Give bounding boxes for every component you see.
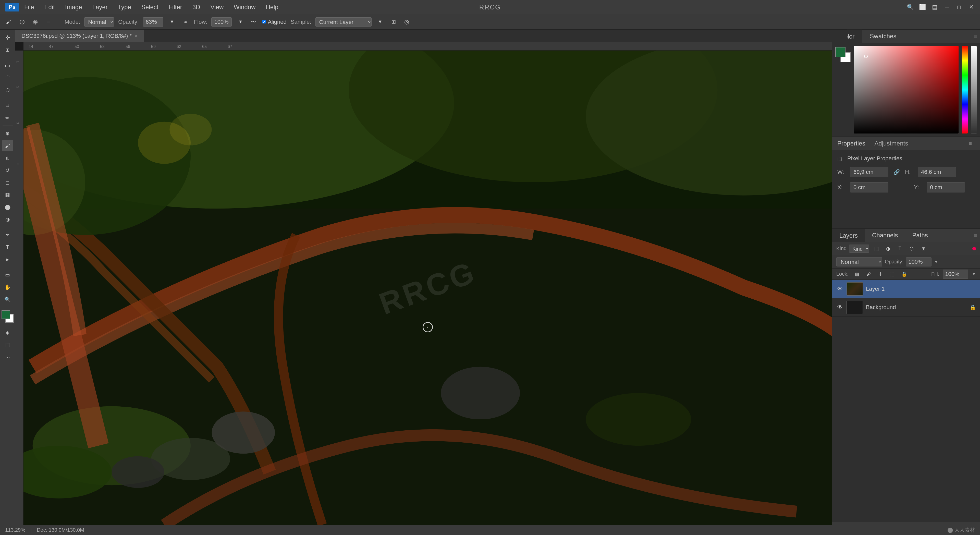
filter-shape-icon[interactable]: ⬡	[907, 244, 916, 253]
close-btn[interactable]: ✕	[968, 3, 975, 11]
clone-stamp-tool-btn[interactable]: ⎅	[2, 152, 13, 164]
fg-bg-colors[interactable]	[2, 310, 14, 323]
layer-item-layer1[interactable]: 👁 Layer 1	[832, 280, 980, 298]
brush-tool-btn[interactable]: 🖌	[2, 140, 13, 151]
foreground-color-box[interactable]	[2, 310, 10, 319]
maximize-btn[interactable]: □	[956, 3, 963, 11]
bg-visibility-toggle[interactable]: 👁	[836, 304, 843, 311]
layer-item-background[interactable]: 👁 Background 🔒	[832, 298, 980, 317]
history-brush-tool-btn[interactable]: ↺	[2, 165, 13, 176]
menu-edit[interactable]: Edit	[39, 2, 60, 13]
brush-hardness-icon[interactable]: ◉	[30, 18, 40, 27]
tab-paths[interactable]: Paths	[905, 229, 935, 242]
hand-tool-btn[interactable]: ✋	[2, 282, 13, 293]
menu-filter[interactable]: Filter	[163, 2, 187, 13]
flow-input[interactable]	[211, 18, 232, 27]
adjustments-tab[interactable]: Adjustments	[874, 140, 908, 147]
menu-select[interactable]: Select	[136, 2, 164, 13]
spot-heal-tool-btn[interactable]: ⊕	[2, 128, 13, 139]
layer1-visibility-toggle[interactable]: 👁	[836, 285, 843, 293]
eraser-tool-btn[interactable]: ◻	[2, 177, 13, 188]
fill-chevron[interactable]: ▼	[972, 272, 976, 276]
mode-select[interactable]: Normal Multiply Screen	[84, 18, 114, 27]
fg-bg-swatches[interactable]	[835, 47, 851, 62]
brush-setting-icon[interactable]: ≡	[44, 18, 53, 27]
ps-logo[interactable]: Ps	[5, 3, 19, 11]
canvas-viewport[interactable]: RRCG	[24, 51, 832, 525]
quick-select-tool-btn[interactable]: ⬡	[2, 84, 13, 96]
lock-all-btn[interactable]: 🔒	[900, 270, 908, 278]
aligned-label[interactable]: Aligned	[262, 19, 286, 25]
panel-icon[interactable]: ▤	[931, 3, 938, 11]
eyedropper-tool-btn[interactable]: ✏	[2, 112, 13, 124]
marquee-tool-btn[interactable]: ▭	[2, 60, 13, 71]
w-input[interactable]	[850, 167, 888, 177]
artboard-tool-btn[interactable]: ⊞	[2, 45, 13, 56]
menu-file[interactable]: File	[19, 2, 39, 13]
menu-help[interactable]: Help	[261, 2, 283, 13]
opacity-chevron[interactable]: ▼	[934, 260, 938, 264]
filter-type-icon[interactable]: T	[895, 244, 904, 253]
zoom-tool-btn[interactable]: 🔍	[2, 294, 13, 305]
filter-smart-icon[interactable]: ⊞	[919, 244, 928, 253]
crop-tool-btn[interactable]: ⌗	[2, 100, 13, 111]
menu-view[interactable]: View	[205, 2, 229, 13]
brush-size-icon[interactable]: ⊙	[18, 18, 27, 27]
aligned-checkbox[interactable]	[262, 20, 266, 24]
tab-channels[interactable]: Channels	[865, 229, 905, 242]
pen-tool-btn[interactable]: ✒	[2, 229, 13, 240]
color-gradient-picker[interactable]	[854, 46, 959, 134]
document-tab[interactable]: DSC3976i.psd @ 113% (Layer 1, RGB/8#) * …	[15, 30, 144, 42]
sample-select[interactable]: Current Layer All Layers	[315, 18, 372, 27]
menu-layer[interactable]: Layer	[87, 2, 113, 13]
color-panel-options[interactable]: ≡	[974, 33, 977, 40]
move-tool-btn[interactable]: ✛	[2, 32, 13, 43]
menu-type[interactable]: Type	[113, 2, 136, 13]
extra-tools-btn[interactable]: ⋯	[2, 352, 13, 363]
opacity-strip[interactable]	[971, 46, 977, 134]
lock-artboard-btn[interactable]: ⬚	[888, 270, 897, 278]
opacity-input[interactable]	[143, 18, 163, 27]
opacity-toggle-icon[interactable]: ▼	[167, 18, 177, 27]
rectangle-tool-btn[interactable]: ▭	[2, 269, 13, 280]
kind-select[interactable]: Kind	[849, 245, 869, 253]
x-input[interactable]	[850, 182, 888, 193]
opacity-input[interactable]	[906, 257, 932, 266]
properties-options[interactable]: ≡	[969, 140, 972, 147]
clone-extra-icon[interactable]: ◎	[402, 18, 411, 27]
menu-window[interactable]: Window	[229, 2, 261, 13]
tab-swatches[interactable]: Swatches	[862, 30, 904, 43]
brush-tool-icon[interactable]: 🖌	[4, 18, 13, 27]
filter-pixel-icon[interactable]: ⬚	[872, 244, 881, 253]
lock-image-btn[interactable]: 🖌	[865, 270, 873, 278]
smoothing-icon[interactable]: 〜	[249, 18, 258, 27]
blur-tool-btn[interactable]: ⬤	[2, 201, 13, 213]
minimize-btn[interactable]: ─	[943, 3, 950, 11]
flow-toggle-icon[interactable]: ▼	[236, 18, 245, 27]
screen-mode-btn[interactable]: ⬚	[2, 339, 13, 350]
h-input[interactable]	[918, 167, 956, 177]
search-icon[interactable]: 🔍	[907, 3, 914, 11]
tab-layers[interactable]: Layers	[832, 229, 865, 242]
menu-3d[interactable]: 3D	[187, 2, 205, 13]
lock-transparent-btn[interactable]: ▨	[853, 270, 861, 278]
link-dimensions-icon[interactable]: 🔗	[894, 169, 900, 175]
y-input[interactable]	[927, 182, 965, 193]
path-select-tool-btn[interactable]: ▸	[2, 254, 13, 265]
layers-options[interactable]: ≡	[974, 232, 977, 239]
window-resize-icon[interactable]: ⬜	[919, 3, 926, 11]
menu-image[interactable]: Image	[60, 2, 87, 13]
lasso-tool-btn[interactable]: ⌒	[2, 72, 13, 83]
hue-strip[interactable]	[962, 46, 968, 134]
clone-source-icon[interactable]: ⊞	[389, 18, 398, 27]
gradient-tool-btn[interactable]: ▦	[2, 189, 13, 201]
fg-swatch[interactable]	[835, 47, 845, 57]
fill-input[interactable]	[943, 269, 968, 279]
blend-mode-select[interactable]: Normal Multiply Screen Overlay	[836, 257, 882, 266]
text-tool-btn[interactable]: T	[2, 242, 13, 253]
airbrush-icon[interactable]: ≈	[181, 18, 190, 27]
quick-mask-btn[interactable]: ◈	[2, 327, 13, 338]
sample-toggle-icon[interactable]: ▼	[375, 18, 385, 27]
tab-close-btn[interactable]: ×	[135, 33, 138, 39]
lock-position-btn[interactable]: ✛	[877, 270, 885, 278]
